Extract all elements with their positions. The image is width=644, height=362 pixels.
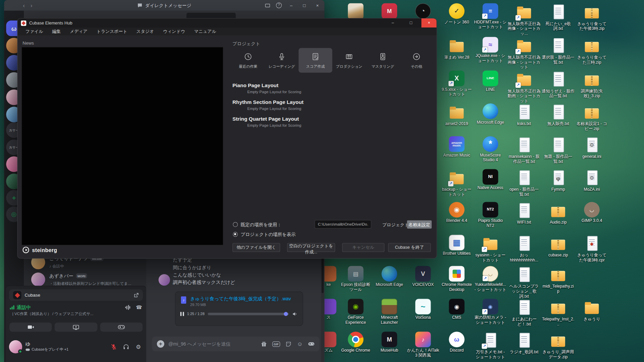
desktop-icon-text-file[interactable]: 選択肢 - 親作品一覧.txt (542, 37, 575, 65)
camera-button[interactable] (9, 322, 52, 332)
project-path-field[interactable]: C:\Users\malib\OneDrive\Do. (315, 220, 371, 229)
desktop-icon-red-app[interactable]: M (373, 3, 406, 20)
desktop-icon-jquake-shortcut[interactable]: ≈↗JQuake.exe - ショートカット (474, 37, 507, 63)
emoji-icon[interactable]: ☺ (297, 341, 303, 347)
menu-file[interactable]: ファイル (21, 28, 48, 34)
cubase-minimize-button[interactable]: – (385, 18, 400, 27)
desktop-icon-zip-folder[interactable]: きゅうり食ってた三時.zip (576, 37, 608, 65)
cubase-titlebar[interactable]: Cubase Elements Hub – □ × (18, 18, 437, 27)
disconnect-call-icon[interactable]: ☎ (136, 305, 142, 310)
popout-icon[interactable] (265, 3, 270, 8)
gift-icon[interactable] (261, 341, 267, 347)
sticker-icon[interactable] (285, 341, 291, 347)
menu-window[interactable]: ウィンドウ (159, 28, 190, 34)
desktop-icon-hddfmt-shortcut[interactable]: ≡↗HDDFMT.exe - ショートカット (474, 3, 507, 29)
desktop-icon-voisona[interactable]: ~VoiSona (407, 299, 439, 320)
desktop-icon-yukkuri-moviemaker-shortcut[interactable]: ◡↗YukkuriMovieM... - ショートカット (474, 266, 507, 292)
radio-show-project-location[interactable] (233, 232, 238, 237)
attachment-filename[interactable]: きゅうり食ってた午後3時_仮完成（予定）.wav (190, 296, 291, 302)
cancel-button[interactable]: キャンセル (342, 243, 384, 252)
soundboard-icon[interactable] (125, 305, 130, 310)
desktop-icon-amazon-music[interactable]: amazon musicAmazon Music (440, 136, 473, 158)
user-avatar[interactable] (9, 340, 22, 353)
desktop-icon-backup-folder-shortcut[interactable]: ↗backup - ショートカット (440, 169, 473, 197)
desktop-icon-microsoft-edge[interactable]: Microsoft Edge (474, 104, 507, 125)
desktop-icon-geforce-experience[interactable]: ◉GeForce Experience (339, 299, 372, 325)
desktop-icon-syasinn-folder-shortcut[interactable]: ↗syasinn - ショートカット (474, 235, 507, 262)
desktop-icon-text-file[interactable]: ラジオ_歌詞.txt (507, 331, 540, 354)
desktop-icon-ini-file[interactable]: ⚙MoZA.ini (576, 169, 608, 192)
desktop-icon-folder-shortcut[interactable]: ↗無人販売不正行為画像 - ショートカッ... (507, 3, 540, 36)
desktop-icon-ini-file[interactable]: ⚙general.ini (576, 136, 608, 159)
seek-knob[interactable] (284, 312, 288, 316)
desktop-icon-airset-folder[interactable]: airset2-2019 (440, 104, 473, 126)
discord-maximize-button[interactable]: □ (301, 3, 308, 8)
desktop-icon-chrome-remote-desktop[interactable]: Chrome Remote Desktop (440, 266, 473, 292)
template-piano-page-layout[interactable]: Piano Page Layout Empty Page Layout for … (232, 82, 413, 94)
desktop-icon-text-file[interactable]: おっhhhhhhhhhhh... (507, 235, 540, 262)
desktop-icon-obs-studio[interactable]: ◔ (407, 3, 439, 20)
tab-recording[interactable]: レコーディング (265, 48, 299, 72)
menu-edit[interactable]: 編集 (48, 28, 65, 34)
radio-use-default-location[interactable] (233, 222, 238, 227)
message-input[interactable]: ＋ @mi_96 へメッセージを送信 GIF ☺ (152, 337, 320, 351)
desktop-icon-kyuuri-folder[interactable]: きゅうり (576, 299, 608, 321)
desktop-icon-aitalk[interactable]: ♪かんたん！AITalk 3 関西風 (407, 331, 439, 358)
desktop-icon-text-file[interactable]: manisekainn - 親作品一覧.txt (507, 136, 540, 164)
desktop-icon-text-file[interactable]: open - 親作品一覧.txt (507, 169, 540, 197)
desktop-icon-gimp[interactable]: ◡GIMP 3.0.4 (576, 202, 608, 223)
apps-game-icon[interactable] (308, 342, 315, 347)
tab-more[interactable]: その他 (399, 48, 433, 72)
seek-bar[interactable] (208, 313, 289, 315)
help-icon[interactable]: ? (276, 2, 282, 8)
project-name-field[interactable]: 名称未設定 (407, 221, 431, 229)
screenshare-button[interactable] (54, 322, 98, 332)
activities-button[interactable] (100, 322, 143, 332)
gif-icon[interactable]: GIF (272, 341, 280, 347)
cubase-maximize-button[interactable]: □ (403, 18, 418, 27)
open-external-icon[interactable] (133, 292, 139, 298)
tab-scoring[interactable]: スコア作成 (299, 48, 332, 72)
desktop-icon-text-file-shortcut[interactable]: ↗万引きメモ.txt - ショートカット (474, 331, 507, 359)
desktop-icon-norton-360[interactable]: ✓ノートン 360 (440, 3, 473, 24)
attach-plus-icon[interactable]: ＋ (157, 340, 164, 348)
username[interactable]: ゆ (25, 341, 106, 347)
desktop-icon-epson-diagnostic[interactable]: ▤Epson 接続診断ツール (339, 266, 372, 292)
create-empty-project-button[interactable]: 空白のプロジェクトを作成... (287, 243, 335, 252)
desktop-icon-text-file[interactable]: 無人販売.txt (542, 104, 575, 126)
desktop-icon-security-camera-shortcut[interactable]: ◉↗家の防犯カメラ - ショートカット (474, 299, 507, 325)
discord-titlebar[interactable]: ‹ › ダイレクトメッセージ ? – □ × (4, 0, 324, 11)
desktop-icon-text-file[interactable]: まにあにわーど！.txt (507, 299, 540, 326)
desktop-icon-text-file[interactable]: 死にたい_e歌詞.txt (542, 3, 575, 31)
desktop-icon-zip-folder[interactable]: 名称未設定1 - コピー.zip (576, 104, 608, 131)
template-rhythm-section-page-layout[interactable]: Rhythm Section Page Layout Empty Page La… (232, 99, 413, 111)
desktop-icon-line-app[interactable]: LINELINE (474, 71, 507, 92)
mic-muted-icon[interactable] (109, 344, 118, 350)
settings-gear-icon[interactable]: ⚙ (134, 344, 143, 350)
message-avatar[interactable] (159, 274, 170, 286)
desktop-icon-native-access[interactable]: NINative Access (474, 169, 507, 190)
desktop-icon-zip-folder[interactable]: きゅうり_調声用データ.zip (542, 331, 575, 359)
headphones-icon[interactable] (121, 344, 130, 350)
volume-icon[interactable] (292, 311, 298, 317)
desktop-icon-musehub[interactable]: MMuseHub (373, 331, 406, 353)
activity-card[interactable]: Cubase (9, 289, 143, 301)
desktop-icon-zip-folder[interactable]: midi_Telepathy.zip (542, 266, 575, 294)
desktop-icon-minecraft-launcher[interactable]: Minecraft Launcher (373, 299, 406, 325)
tab-mastering[interactable]: マスタリング (366, 48, 399, 72)
desktop-icon-musescore-studio[interactable]: *MuseScore Studio 4 (474, 136, 507, 163)
desktop-icon-text-file[interactable]: WIFI.txt (507, 202, 540, 225)
desktop-icon-folder-shortcut[interactable]: ↗無人販売不正行為画像 - ショートカット (507, 37, 540, 69)
voice-channel-name[interactable]: | VC作業（雑談あり） / ウェブマニア公式サ... (12, 311, 142, 317)
desktop-icon-microsoft-edge[interactable]: Microsoft Edge (373, 266, 406, 287)
desktop-icon-zip-folder[interactable]: Audio.zip (542, 202, 575, 225)
desktop-icon-text-file[interactable]: ksks.txt (507, 104, 540, 126)
quit-cubase-button[interactable]: Cubase を終了 (388, 243, 431, 252)
desktop-icon-piapro-studio[interactable]: NT2Piapro Studio NT2 (474, 202, 507, 228)
menu-transport[interactable]: トランスポート (92, 28, 132, 34)
desktop-icon-zip-folder[interactable]: 調声練習(失敗)_3.zip (576, 71, 608, 99)
desktop-icon-text-file[interactable]: ヘルスコンプラッション＿歌詞.txt (507, 266, 540, 298)
template-string-quartet-page-layout[interactable]: String Quartet Page Layout Empty Page La… (232, 116, 413, 128)
desktop-icon-text-file[interactable]: 無題 - 親作品一覧.txt (542, 136, 575, 164)
desktop-icon-zip-folder[interactable]: cubase.zip (542, 235, 575, 257)
